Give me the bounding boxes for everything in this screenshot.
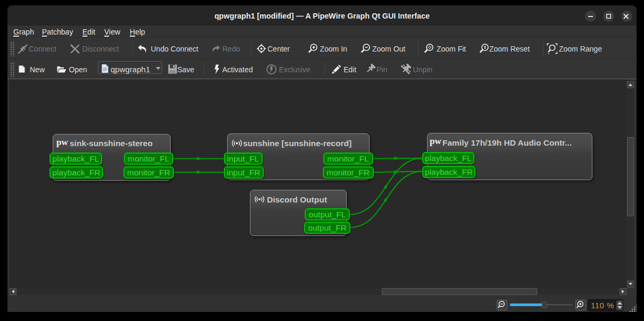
- svg-text:pw: pw: [430, 136, 441, 146]
- svg-text:pw: pw: [56, 137, 68, 147]
